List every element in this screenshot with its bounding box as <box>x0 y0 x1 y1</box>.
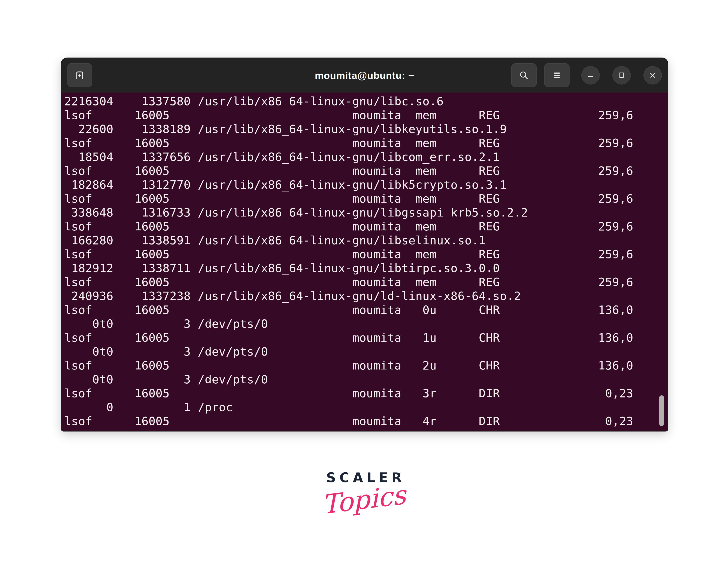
page: moumita@ubuntu: ~ <box>0 0 728 562</box>
terminal-line: lsof 16005 moumita 1u CHR 136,0 <box>64 331 633 345</box>
titlebar[interactable]: moumita@ubuntu: ~ <box>61 58 668 93</box>
scaler-wordmark: SCALER <box>0 470 728 485</box>
terminal-body[interactable]: 2216304 1337580 /usr/lib/x86_64-linux-gn… <box>61 93 668 431</box>
maximize-icon <box>616 70 627 80</box>
terminal-line: lsof 16005 moumita mem REG 259,6 <box>64 220 633 234</box>
close-button[interactable] <box>643 66 662 85</box>
search-button[interactable] <box>511 63 537 87</box>
terminal-line: 18504 1337656 /usr/lib/x86_64-linux-gnu/… <box>64 150 633 164</box>
hamburger-menu-icon <box>551 69 563 81</box>
terminal-line: 166280 1338591 /usr/lib/x86_64-linux-gnu… <box>64 234 633 247</box>
terminal-window: moumita@ubuntu: ~ <box>61 58 668 431</box>
terminal-output: 2216304 1337580 /usr/lib/x86_64-linux-gn… <box>64 94 633 428</box>
new-tab-button[interactable] <box>67 63 92 87</box>
topics-wordmark: Topics <box>321 479 407 520</box>
terminal-line: lsof 16005 moumita mem REG 259,6 <box>64 164 633 178</box>
terminal-line: lsof 16005 moumita mem REG 259,6 <box>64 136 633 150</box>
terminal-line: lsof 16005 moumita 4r DIR 0,23 <box>64 414 633 428</box>
minimize-icon <box>585 70 596 80</box>
close-icon <box>647 70 658 80</box>
terminal-line: 338648 1316733 /usr/lib/x86_64-linux-gnu… <box>64 206 633 220</box>
new-tab-icon <box>74 70 85 81</box>
window-title: moumita@ubuntu: ~ <box>61 58 668 93</box>
terminal-line: 240936 1337238 /usr/lib/x86_64-linux-gnu… <box>64 289 633 303</box>
minimize-button[interactable] <box>581 66 600 85</box>
search-icon <box>518 69 530 81</box>
scaler-topics-logo: SCALER Topics <box>0 470 728 515</box>
terminal-line: 0t0 3 /dev/pts/0 <box>64 345 633 358</box>
maximize-button[interactable] <box>612 66 631 85</box>
terminal-line: 0 1 /proc <box>64 400 633 414</box>
terminal-line: 0t0 3 /dev/pts/0 <box>64 317 633 331</box>
terminal-line: lsof 16005 moumita mem REG 259,6 <box>64 192 633 206</box>
terminal-line: 0t0 3 /dev/pts/0 <box>64 372 633 386</box>
menu-button[interactable] <box>544 63 570 87</box>
terminal-line: 182912 1338711 /usr/lib/x86_64-linux-gnu… <box>64 261 633 275</box>
terminal-line: lsof 16005 moumita mem REG 259,6 <box>64 108 633 122</box>
terminal-line: 22600 1338189 /usr/lib/x86_64-linux-gnu/… <box>64 122 633 136</box>
terminal-line: lsof 16005 moumita mem REG 259,6 <box>64 275 633 289</box>
terminal-line: lsof 16005 moumita 0u CHR 136,0 <box>64 303 633 317</box>
terminal-line: 182864 1312770 /usr/lib/x86_64-linux-gnu… <box>64 178 633 192</box>
terminal-line: 2216304 1337580 /usr/lib/x86_64-linux-gn… <box>64 94 633 108</box>
terminal-line: lsof 16005 moumita 3r DIR 0,23 <box>64 386 633 400</box>
terminal-line: lsof 16005 moumita 2u CHR 136,0 <box>64 358 633 372</box>
terminal-line: lsof 16005 moumita mem REG 259,6 <box>64 247 633 261</box>
scrollbar-thumb[interactable] <box>659 395 664 426</box>
